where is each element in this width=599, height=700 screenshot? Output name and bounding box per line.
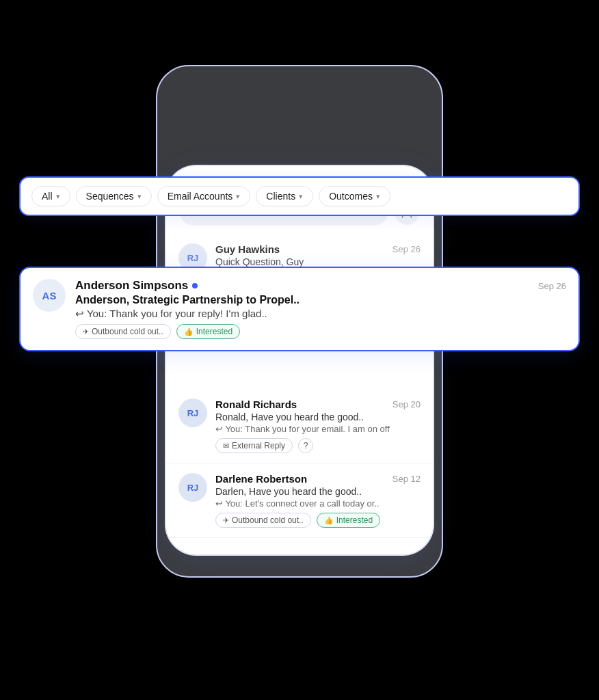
outbound-icon-4: ✈ bbox=[223, 516, 229, 525]
tag-interested-4[interactable]: 👍 Interested bbox=[317, 513, 380, 528]
conv-content-3: Ronald Richards Sep 20 Ronald, Have you … bbox=[215, 399, 421, 453]
conv-preview-3: ↩ You: Thank you for your email. I am on… bbox=[215, 424, 421, 434]
scene: 9:41 bbox=[0, 0, 599, 700]
conv-subject-3: Ronald, Have you heard the good.. bbox=[215, 412, 421, 422]
filter-all-label: All bbox=[42, 191, 53, 202]
tag-label-interested-4: Interested bbox=[336, 515, 373, 525]
conv-date-4: Sep 12 bbox=[392, 474, 421, 484]
chevron-down-icon-clients: ▾ bbox=[299, 192, 303, 201]
phone-shell: 9:41 bbox=[166, 166, 433, 554]
filter-pill-clients[interactable]: Clients ▾ bbox=[256, 186, 313, 206]
conv-subject-1: Quick Question, Guy bbox=[215, 256, 421, 267]
filter-outcomes-label: Outcomes bbox=[329, 191, 373, 202]
filter-pill-outcomes[interactable]: Outcomes ▾ bbox=[319, 186, 390, 206]
conversation-item-3[interactable]: RJ Ronald Richards Sep 20 Ronald, Have y… bbox=[166, 389, 433, 463]
avatar-rj-3: RJ bbox=[178, 399, 207, 427]
filter-sequences-label: Sequences bbox=[86, 191, 134, 202]
filter-pill-sequences[interactable]: Sequences ▾ bbox=[76, 186, 152, 206]
interested-icon-4: 👍 bbox=[324, 516, 334, 525]
highlighted-conv-tags: ✈ Outbound cold out.. 👍 Interested bbox=[75, 324, 566, 339]
avatar-rj-4: RJ bbox=[178, 473, 207, 502]
filter-email-accounts-label: Email Accounts bbox=[168, 191, 233, 202]
tag-label-external-reply: External Reply bbox=[232, 441, 285, 450]
conv-preview-4: ↩ You: Let's connect over a call today o… bbox=[215, 498, 421, 509]
tag-interested[interactable]: 👍 Interested bbox=[176, 324, 240, 339]
conv-name-1: Guy Hawkins bbox=[215, 243, 280, 255]
filter-bar-wrapper: All ▾ Sequences ▾ Email Accounts ▾ Clien… bbox=[19, 176, 580, 216]
unread-dot bbox=[192, 283, 198, 288]
highlighted-conv-content: Anderson Simpsons Sep 26 Anderson, Strat… bbox=[75, 279, 566, 339]
filter-bar: All ▾ Sequences ▾ Email Accounts ▾ Clien… bbox=[19, 176, 580, 216]
filter-pill-all[interactable]: All ▾ bbox=[31, 186, 70, 206]
conv-date-3: Sep 20 bbox=[392, 399, 421, 409]
avatar-as: AS bbox=[33, 279, 66, 312]
highlighted-conv-name: Anderson Simpsons bbox=[75, 279, 188, 293]
tag-question-icon[interactable]: ? bbox=[298, 438, 313, 453]
conv-tags-4: ✈ Outbound cold out.. 👍 Interested bbox=[215, 513, 421, 528]
highlighted-conv-subject: Anderson, Strategic Partnership to Prope… bbox=[75, 294, 566, 306]
conversation-item-4[interactable]: RJ Darlene Robertson Sep 12 Darlen, Have… bbox=[166, 463, 433, 538]
chevron-down-icon-email-accounts: ▾ bbox=[236, 192, 240, 201]
chevron-down-icon-outcomes: ▾ bbox=[376, 192, 380, 201]
conv-date-1: Sep 26 bbox=[392, 244, 421, 254]
conv-name-3: Ronald Richards bbox=[215, 399, 297, 410]
conv-tags-3: ✉ External Reply ? bbox=[215, 438, 421, 453]
tag-outbound-cold-label: Outbound cold out.. bbox=[92, 327, 163, 336]
external-reply-icon: ✉ bbox=[223, 442, 229, 450]
tag-outbound-4[interactable]: ✈ Outbound cold out.. bbox=[215, 513, 311, 528]
tag-interested-label: Interested bbox=[196, 327, 232, 336]
filter-pill-email-accounts[interactable]: Email Accounts ▾ bbox=[157, 186, 251, 206]
interested-icon: 👍 bbox=[184, 327, 194, 336]
conv-name-4: Darlene Robertson bbox=[215, 473, 307, 485]
chevron-down-icon-sequences: ▾ bbox=[137, 192, 142, 201]
filter-clients-label: Clients bbox=[266, 191, 295, 202]
tag-external-reply[interactable]: ✉ External Reply bbox=[215, 438, 293, 453]
tag-label-outbound-4: Outbound cold out.. bbox=[232, 515, 304, 525]
highlighted-conv-preview: ↩ You: Thank you for your reply! I'm gla… bbox=[75, 308, 566, 320]
tag-outbound-cold[interactable]: ✈ Outbound cold out.. bbox=[75, 324, 171, 339]
outbound-cold-icon: ✈ bbox=[83, 327, 89, 336]
conv-subject-4: Darlen, Have you heard the good.. bbox=[215, 486, 421, 497]
chevron-down-icon-all: ▾ bbox=[56, 192, 60, 201]
highlighted-conv-date: Sep 26 bbox=[538, 281, 566, 291]
highlighted-conv-wrapper: AS Anderson Simpsons Sep 26 Anderson, St… bbox=[19, 267, 580, 351]
conv-content-4: Darlene Robertson Sep 12 Darlen, Have yo… bbox=[215, 473, 421, 528]
highlighted-conversation[interactable]: AS Anderson Simpsons Sep 26 Anderson, St… bbox=[19, 267, 580, 351]
